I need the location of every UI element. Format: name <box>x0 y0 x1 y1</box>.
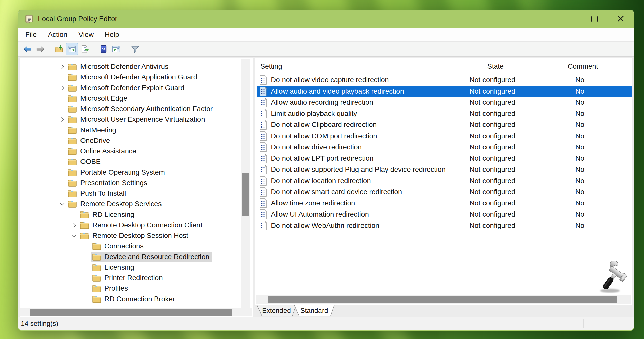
policy-comment: No <box>522 143 632 151</box>
policy-row[interactable]: Do not allow COM port redirection Not co… <box>257 131 632 142</box>
status-bar-separator <box>583 319 584 328</box>
policy-state: Not configured <box>463 76 522 84</box>
list-horizontal-scrollbar[interactable] <box>256 295 631 304</box>
folder-icon <box>68 179 77 187</box>
show-hide-console-tree-button[interactable] <box>66 43 78 55</box>
policy-comment: No <box>522 121 632 129</box>
tree-item-label: Printer Redirection <box>104 274 163 282</box>
tree-item[interactable]: OneDrive <box>20 135 240 146</box>
title-bar[interactable]: Local Group Policy Editor <box>18 10 634 28</box>
tree-item[interactable]: Microsoft Defender Exploit Guard <box>20 82 240 93</box>
chevron-icon[interactable] <box>69 224 79 227</box>
chevron-icon[interactable] <box>57 86 67 90</box>
up-one-level-button[interactable] <box>53 43 65 55</box>
policy-setting: Do not allow supported Plug and Play dev… <box>267 165 463 174</box>
view-tab[interactable]: Extended <box>257 305 296 316</box>
tree-item[interactable]: Microsoft Defender Application Guard <box>20 72 240 82</box>
policy-row[interactable]: Do not allow supported Plug and Play dev… <box>257 164 632 175</box>
minimize-button[interactable] <box>555 10 581 28</box>
show-hide-action-pane-button[interactable] <box>110 43 122 55</box>
tree-item[interactable]: RD Connection Broker <box>20 294 240 304</box>
tree-item[interactable]: Presentation Settings <box>20 178 240 188</box>
tree-item[interactable]: Licensing <box>20 262 240 273</box>
policy-comment: No <box>522 98 632 106</box>
list-horizontal-scrollbar-thumb[interactable] <box>268 296 617 303</box>
tree-item[interactable]: Remote Desktop Connection Client <box>20 220 240 230</box>
tree-horizontal-scrollbar[interactable] <box>20 308 252 316</box>
tree-item[interactable]: Microsoft Secondary Authentication Facto… <box>20 104 240 114</box>
menu-item[interactable]: Help <box>99 28 125 41</box>
tree-item-label: NetMeeting <box>80 126 116 134</box>
policy-row[interactable]: Allow UI Automation redirection Not conf… <box>257 209 632 220</box>
tree-item[interactable]: Microsoft Edge <box>20 93 240 104</box>
filter-icon <box>130 44 140 54</box>
folder-icon <box>68 73 77 81</box>
policy-row[interactable]: Do not allow location redirection Not co… <box>257 175 632 187</box>
tree-vertical-scrollbar-thumb[interactable] <box>242 173 249 216</box>
policy-row[interactable]: Allow audio and video playback redirecti… <box>257 86 632 97</box>
tree-item-label: RD Connection Broker <box>104 295 175 303</box>
tree-item-label: Portable Operating System <box>80 168 165 176</box>
view-tab[interactable]: Standard <box>294 305 335 316</box>
policy-row[interactable]: Do not allow Clipboard redirection Not c… <box>257 119 632 131</box>
column-header-setting[interactable]: Setting <box>255 62 466 70</box>
window-title: Local Group Policy Editor <box>38 15 117 23</box>
tree-item[interactable]: Device and Resource Redirection <box>20 251 240 262</box>
policy-row[interactable]: Do not allow LPT port redirection Not co… <box>257 153 632 164</box>
tree-item[interactable]: OOBE <box>20 156 240 167</box>
policy-state: Not configured <box>463 154 522 162</box>
tree-item[interactable]: Push To Install <box>20 188 240 199</box>
up-one-level-icon <box>54 44 64 54</box>
column-separator[interactable] <box>525 61 525 72</box>
policy-row[interactable]: Allow time zone redirection Not configur… <box>257 198 632 209</box>
chevron-icon[interactable] <box>69 235 79 237</box>
tree-item[interactable]: Portable Operating System <box>20 167 240 178</box>
policy-row[interactable]: Do not allow smart card device redirecti… <box>257 186 632 198</box>
tree-item-label: RD Licensing <box>92 210 134 219</box>
tree-item[interactable]: Remote Desktop Services <box>20 199 240 209</box>
forward-button[interactable] <box>34 43 46 55</box>
tree-item[interactable]: Remote Desktop Session Host <box>20 230 240 241</box>
policy-row[interactable]: Allow audio recording redirection Not co… <box>257 97 632 108</box>
tree-vertical-scrollbar[interactable] <box>241 59 250 308</box>
maximize-button[interactable] <box>581 10 608 28</box>
tab-label: Standard <box>294 305 335 317</box>
policy-setting: Do not allow drive redirection <box>267 143 463 151</box>
menu-item[interactable]: View <box>73 28 99 41</box>
policy-icon <box>259 187 267 197</box>
tree-item[interactable]: Printer Redirection <box>20 273 240 283</box>
menu-item[interactable]: File <box>20 28 42 41</box>
export-list-button[interactable] <box>79 43 91 55</box>
policy-row[interactable]: Do not allow drive redirection Not confi… <box>257 142 632 153</box>
details-column: Setting State Comment <box>255 58 632 317</box>
tree-item[interactable]: Connections <box>20 241 240 251</box>
tree-item[interactable]: RD Licensing <box>20 209 240 220</box>
tab-label: Extended <box>257 305 296 317</box>
close-button[interactable] <box>608 10 634 28</box>
folder-icon <box>68 200 77 208</box>
chevron-icon[interactable] <box>57 118 67 121</box>
tree-item[interactable]: Microsoft User Experience Virtualization <box>20 114 240 125</box>
tree-item-label: Remote Desktop Services <box>80 200 162 208</box>
back-button[interactable] <box>22 43 33 55</box>
tree-item[interactable]: Online Assistance <box>20 146 240 156</box>
policy-comment: No <box>522 76 632 84</box>
tree-item[interactable]: NetMeeting <box>20 125 240 135</box>
column-header-comment[interactable]: Comment <box>525 62 632 70</box>
policy-row[interactable]: Limit audio playback quality Not configu… <box>257 108 632 119</box>
tree-horizontal-scrollbar-thumb[interactable] <box>30 309 232 316</box>
folder-icon <box>68 137 77 145</box>
help-button[interactable]: ? <box>98 43 109 55</box>
policy-icon <box>259 120 267 130</box>
column-separator[interactable] <box>466 61 466 72</box>
chevron-icon[interactable] <box>57 65 67 68</box>
help-icon: ? <box>99 44 108 54</box>
menu-item[interactable]: Action <box>42 28 73 41</box>
chevron-icon[interactable] <box>57 203 67 205</box>
tree-item[interactable]: Profiles <box>20 283 240 294</box>
tree-item[interactable]: Microsoft Defender Antivirus <box>20 61 240 72</box>
filter-button[interactable] <box>129 43 141 55</box>
policy-row[interactable]: Do not allow video capture redirection N… <box>257 74 632 86</box>
policy-row[interactable]: Do not allow WebAuthn redirection Not co… <box>257 220 632 231</box>
column-header-state[interactable]: State <box>466 62 525 70</box>
